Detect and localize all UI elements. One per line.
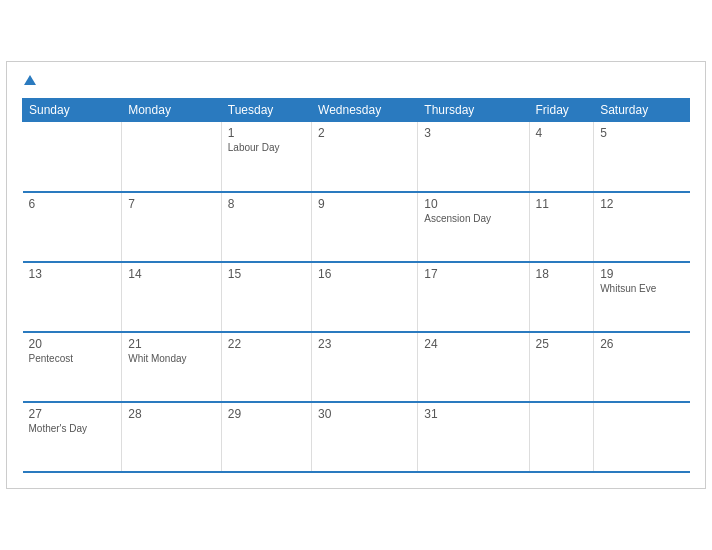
weekday-header: Saturday — [594, 99, 690, 122]
calendar-week-row: 678910Ascension Day1112 — [23, 192, 690, 262]
day-number: 13 — [29, 267, 116, 281]
day-number: 27 — [29, 407, 116, 421]
day-number: 12 — [600, 197, 683, 211]
calendar-week-row: 1Labour Day2345 — [23, 122, 690, 192]
day-number: 28 — [128, 407, 215, 421]
weekday-header-row: SundayMondayTuesdayWednesdayThursdayFrid… — [23, 99, 690, 122]
calendar-day-cell: 8 — [221, 192, 311, 262]
calendar-day-cell: 14 — [122, 262, 222, 332]
calendar-table: SundayMondayTuesdayWednesdayThursdayFrid… — [22, 98, 690, 473]
logo-general — [22, 72, 36, 90]
calendar-day-cell: 27Mother's Day — [23, 402, 122, 472]
calendar-day-cell: 28 — [122, 402, 222, 472]
calendar-week-row: 27Mother's Day28293031 — [23, 402, 690, 472]
calendar-day-cell — [122, 122, 222, 192]
day-number: 1 — [228, 126, 305, 140]
day-number: 22 — [228, 337, 305, 351]
holiday-label: Pentecost — [29, 353, 116, 364]
holiday-label: Whitsun Eve — [600, 283, 683, 294]
day-number: 14 — [128, 267, 215, 281]
weekday-header: Tuesday — [221, 99, 311, 122]
day-number: 17 — [424, 267, 522, 281]
day-number: 26 — [600, 337, 683, 351]
day-number: 21 — [128, 337, 215, 351]
calendar-day-cell: 6 — [23, 192, 122, 262]
day-number: 11 — [536, 197, 588, 211]
day-number: 7 — [128, 197, 215, 211]
calendar-day-cell: 21Whit Monday — [122, 332, 222, 402]
calendar-day-cell: 15 — [221, 262, 311, 332]
calendar-day-cell: 19Whitsun Eve — [594, 262, 690, 332]
calendar-day-cell: 16 — [312, 262, 418, 332]
day-number: 31 — [424, 407, 522, 421]
calendar-day-cell: 24 — [418, 332, 529, 402]
day-number: 3 — [424, 126, 522, 140]
calendar-day-cell: 5 — [594, 122, 690, 192]
holiday-label: Labour Day — [228, 142, 305, 153]
calendar-day-cell: 11 — [529, 192, 594, 262]
calendar-header — [22, 72, 690, 90]
weekday-header: Sunday — [23, 99, 122, 122]
day-number: 4 — [536, 126, 588, 140]
calendar-day-cell: 4 — [529, 122, 594, 192]
calendar-day-cell: 9 — [312, 192, 418, 262]
calendar-day-cell: 7 — [122, 192, 222, 262]
day-number: 19 — [600, 267, 683, 281]
calendar-day-cell: 1Labour Day — [221, 122, 311, 192]
day-number: 23 — [318, 337, 411, 351]
calendar-day-cell: 30 — [312, 402, 418, 472]
calendar-day-cell: 13 — [23, 262, 122, 332]
calendar-day-cell: 20Pentecost — [23, 332, 122, 402]
day-number: 8 — [228, 197, 305, 211]
day-number: 5 — [600, 126, 683, 140]
weekday-header: Monday — [122, 99, 222, 122]
calendar-day-cell: 26 — [594, 332, 690, 402]
weekday-header: Wednesday — [312, 99, 418, 122]
calendar-day-cell: 29 — [221, 402, 311, 472]
calendar-day-cell: 10Ascension Day — [418, 192, 529, 262]
calendar-day-cell: 3 — [418, 122, 529, 192]
holiday-label: Mother's Day — [29, 423, 116, 434]
calendar-container: SundayMondayTuesdayWednesdayThursdayFrid… — [6, 61, 706, 488]
day-number: 29 — [228, 407, 305, 421]
calendar-day-cell: 18 — [529, 262, 594, 332]
calendar-day-cell: 17 — [418, 262, 529, 332]
calendar-day-cell — [594, 402, 690, 472]
calendar-week-row: 13141516171819Whitsun Eve — [23, 262, 690, 332]
day-number: 6 — [29, 197, 116, 211]
day-number: 2 — [318, 126, 411, 140]
calendar-day-cell — [23, 122, 122, 192]
holiday-label: Whit Monday — [128, 353, 215, 364]
calendar-day-cell: 31 — [418, 402, 529, 472]
holiday-label: Ascension Day — [424, 213, 522, 224]
day-number: 20 — [29, 337, 116, 351]
day-number: 24 — [424, 337, 522, 351]
day-number: 10 — [424, 197, 522, 211]
day-number: 30 — [318, 407, 411, 421]
calendar-day-cell: 23 — [312, 332, 418, 402]
weekday-header: Thursday — [418, 99, 529, 122]
calendar-day-cell: 22 — [221, 332, 311, 402]
day-number: 18 — [536, 267, 588, 281]
calendar-day-cell — [529, 402, 594, 472]
calendar-week-row: 20Pentecost21Whit Monday2223242526 — [23, 332, 690, 402]
day-number: 25 — [536, 337, 588, 351]
logo — [22, 72, 36, 90]
day-number: 16 — [318, 267, 411, 281]
day-number: 15 — [228, 267, 305, 281]
weekday-header: Friday — [529, 99, 594, 122]
calendar-day-cell: 2 — [312, 122, 418, 192]
day-number: 9 — [318, 197, 411, 211]
calendar-day-cell: 25 — [529, 332, 594, 402]
logo-triangle-icon — [24, 75, 36, 85]
calendar-day-cell: 12 — [594, 192, 690, 262]
